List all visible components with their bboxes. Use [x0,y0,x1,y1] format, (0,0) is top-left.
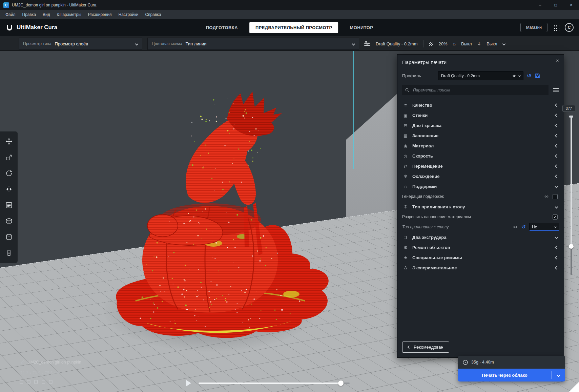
maximize-button[interactable]: □ [548,0,563,10]
brand: UltiMaker Cura [5,23,57,32]
brand-name: UltiMaker Cura [17,24,57,31]
menu-settings[interactable]: &Параметры [54,11,85,18]
mirror-tool[interactable] [0,181,18,197]
category-walls[interactable]: ▣ Стенки [402,110,559,120]
applications-grid-icon[interactable] [553,24,559,31]
special-modes-icon: ★ [402,255,409,260]
menu-edit[interactable]: Правка [19,11,40,18]
object-cube-icon[interactable]: □ [42,379,45,385]
tab-prepare[interactable]: ПОДГОТОВКА [205,22,239,33]
edit-icon [20,360,25,365]
menu-view[interactable]: Вид [39,11,54,18]
category-mesh-fixes[interactable]: ⚙ Ремонт объектов [402,242,559,252]
adhesion-icon: ↧ [477,41,481,46]
tab-preview[interactable]: ПРЕДВАРИТЕЛЬНЫЙ ПРОСМОТР [249,22,338,33]
playback-slider[interactable] [199,383,350,384]
object-name-row[interactable]: UM2C_demon girl on punpkin [20,360,81,365]
chevron-left-icon [555,103,558,107]
settings-search[interactable] [402,85,549,95]
adhesion-type-dropdown[interactable]: Нет [529,223,559,231]
category-special-modes[interactable]: ★ Специальные режимы [402,252,559,263]
close-button[interactable]: × [563,0,579,10]
object-list[interactable]: □ □ □ □ □ [20,379,52,385]
layer-playback [186,380,350,386]
scale-tool[interactable] [0,149,18,165]
reset-setting-icon[interactable]: ↺ [521,224,526,230]
object-cube-icon[interactable]: □ [49,379,53,385]
color-scheme-dropdown[interactable]: Цветовая схема Тип линии [147,38,359,50]
generate-support-checkbox[interactable] [553,194,558,199]
print-over-cloud-button[interactable]: Печать через облако [458,369,565,381]
adhesion-icon: ↧ [402,204,409,209]
recommended-mode-button[interactable]: Рекомендован [402,342,449,353]
category-speed[interactable]: ◷ Скорость [402,151,559,161]
setting-generate-support[interactable]: Генерация поддержек [402,191,559,202]
chevron-left-icon [555,144,558,147]
cooling-icon: ❄ [402,174,409,179]
category-experimental[interactable]: Δ Экспериментальное [402,263,559,273]
category-support[interactable]: ⌂ Поддержки [402,181,559,191]
menu-extensions[interactable]: Расширения [85,11,115,18]
chevron-left-icon [555,154,558,158]
cylinder-icon [5,233,13,241]
setting-adhesion-type[interactable]: Тип прилипания к столу ↺ Нет [402,222,559,232]
color-scheme-value: Тип линии [186,41,207,46]
account-avatar[interactable]: C [565,23,574,32]
setting-prime-blob[interactable]: Разрешить наполнение материалом ✓ [402,212,559,222]
category-top-bottom[interactable]: ⊟ Дно / крышка [402,120,559,130]
rotate-tool[interactable] [0,165,18,181]
custom-support-column-tool[interactable] [0,245,18,261]
link-icon [513,224,518,230]
settings-categories: ≡ Качество ▣ Стенки ⊟ Дно / крышка ▩ Зап… [402,100,559,273]
support-icon: ⌂ [453,41,456,46]
per-model-settings-icon [5,202,13,209]
playback-handle[interactable] [338,380,344,386]
menu-bar: Файл Правка Вид &Параметры Расширения На… [0,10,579,19]
view-type-dropdown[interactable]: Просмотр типа Просмотр слоёв [19,38,142,50]
menu-help[interactable]: Справка [142,11,164,18]
print-settings-summary[interactable]: Draft Quality - 0.2mm 20% ⌂ Выкл ↧ Выкл [364,36,505,51]
per-model-settings-tool[interactable] [0,197,18,213]
material-spool-icon [463,360,468,365]
prime-blob-checkbox[interactable]: ✓ [553,214,558,220]
print-options-chevron[interactable] [552,374,565,376]
custom-support-cylinder-tool[interactable] [0,229,18,245]
object-cube-icon[interactable]: □ [27,379,30,385]
panel-close-icon[interactable]: × [556,58,559,64]
play-icon[interactable] [186,380,191,386]
infill-value: 20% [439,41,448,46]
minimize-button[interactable]: – [532,0,548,10]
chevron-left-icon [555,134,558,137]
layer-slider-top-handle[interactable] [569,116,573,118]
model-preview[interactable] [102,84,332,348]
chevron-left-icon [555,266,558,269]
link-icon [544,194,549,199]
category-dual-extrusion[interactable]: ⇉ Два экструдера [402,232,559,242]
support-value: Выкл [461,41,472,46]
print-stats: 35g · 4.40m [471,360,494,365]
object-cube-icon[interactable]: □ [34,379,38,385]
support-blocker-tool[interactable] [0,213,18,229]
menu-preferences[interactable]: Настройки [115,11,142,18]
category-adhesion[interactable]: ↧ Тип прилипания к столу [402,202,559,212]
category-travel[interactable]: ⇄ Перемещение [402,161,559,171]
active-profile: Draft Quality - 0.2mm [376,41,418,46]
object-cube-icon[interactable]: □ [20,379,23,385]
resize-grip [569,382,579,392]
menu-file[interactable]: Файл [2,11,19,18]
category-infill[interactable]: ▩ Заполнение [402,130,559,141]
profile-dropdown[interactable]: Draft Quality - 0.2mm ★ [438,71,523,80]
settings-menu-icon[interactable] [553,88,559,92]
chevron-down-icon [518,75,521,77]
tab-monitor[interactable]: МОНИТОР [349,22,375,33]
move-tool[interactable] [0,133,18,149]
search-input[interactable] [412,87,546,93]
layer-slider-handle[interactable] [569,244,574,249]
layer-slider[interactable] [571,117,572,275]
reset-profile-icon[interactable]: ↺ [527,73,531,79]
category-quality[interactable]: ≡ Качество [402,100,559,110]
marketplace-button[interactable]: Магазин [520,23,547,32]
save-profile-icon[interactable] [535,73,540,79]
category-cooling[interactable]: ❄ Охлаждение [402,171,559,181]
category-material[interactable]: ◉ Материал [402,141,559,151]
